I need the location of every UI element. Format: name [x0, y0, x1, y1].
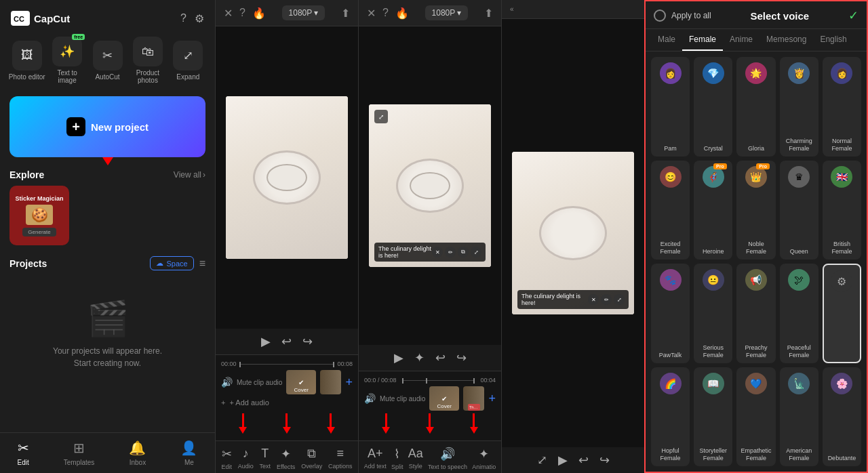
help-icon-2[interactable]: ? [382, 7, 389, 19]
voice-confirm-button[interactable]: ✓ [848, 8, 859, 23]
close-icon-2[interactable]: ✕ [367, 7, 376, 20]
fullscreen-icon-2[interactable]: ⤢ [374, 110, 388, 123]
toolbar-add-text[interactable]: A+ Add text [364, 447, 387, 470]
video-clip-2[interactable]: The culinary deli [463, 386, 484, 411]
mute-icon-1[interactable]: 🔊 [221, 377, 233, 388]
toolbar-style[interactable]: Aa Style [408, 447, 423, 470]
redo-btn-3[interactable]: ↪ [599, 453, 610, 468]
editor1-toolbar: ✂ Edit ♪ Audio T Text ✦ Effects ⧉ Overla… [216, 440, 358, 473]
preview-corner-icons: ⤢ [374, 110, 388, 123]
noble-avatar: 👑 Pro [745, 166, 767, 188]
toolbar-animation[interactable]: ✦ Animatio [472, 447, 496, 470]
help-icon-1[interactable]: ? [239, 7, 245, 19]
nav-edit[interactable]: ✂ Edit [18, 440, 29, 466]
resolution-button-1[interactable]: 1080P ▾ [282, 5, 326, 20]
add-text-label: Add text [364, 463, 387, 470]
play-button-1[interactable]: ▶ [261, 334, 271, 349]
selected-avatar: ⚙ [831, 270, 852, 292]
voice-excited-female[interactable]: 😊 Excited Female [651, 161, 690, 260]
list-view-icon[interactable]: ≡ [199, 258, 205, 270]
voice-crystal[interactable]: 💎 Crystal [694, 57, 732, 157]
voice-serious-female[interactable]: 😐 Serious Female [694, 264, 732, 363]
toolbar-captions[interactable]: ≡ Captions [328, 447, 353, 470]
text-to-image-tool[interactable]: ✨ free Text to image [47, 37, 87, 84]
tab-female[interactable]: Female [682, 29, 723, 51]
view-all-link[interactable]: View all › [174, 170, 205, 180]
voice-normal-female[interactable]: 👩 Normal Female [823, 57, 861, 157]
new-project-button[interactable]: + New project [9, 96, 205, 157]
undo-button-1[interactable]: ↩ [281, 334, 292, 349]
voice-selected-custom[interactable]: ⚙ [823, 264, 861, 363]
magic-button-2[interactable]: ✦ [414, 350, 425, 365]
voice-preachy-female[interactable]: 📢 Preachy Female [736, 264, 775, 363]
upload-icon-1[interactable]: ⬆ [341, 7, 350, 20]
add-clip-icon-1[interactable]: + [345, 375, 353, 390]
nav-templates[interactable]: ⊞ Templates [64, 440, 95, 466]
nav-me[interactable]: 👤 Me [180, 440, 197, 466]
add-audio-row-1[interactable]: + + Add audio [221, 394, 353, 411]
space-button[interactable]: ☁ Space [150, 256, 193, 270]
redo-button-2[interactable]: ↪ [456, 350, 467, 365]
resolution-button-2[interactable]: 1080P ▾ [425, 5, 469, 20]
settings-icon[interactable]: ⚙ [195, 12, 204, 25]
play-btn-3[interactable]: ▶ [558, 453, 568, 468]
upload-icon-2[interactable]: ⬆ [484, 7, 493, 20]
autocut-tool[interactable]: ✂ AutoCut [87, 41, 127, 81]
toolbar-overlay[interactable]: ⧉ Overlay [301, 447, 322, 470]
voice-charming-female[interactable]: 👸 Charming Female [780, 57, 818, 157]
subtitle-resize-btn[interactable]: ⤢ [471, 247, 481, 258]
voice-peaceful-female[interactable]: 🕊 Peaceful Female [780, 264, 818, 363]
tab-english[interactable]: English [813, 29, 853, 51]
nav-inbox[interactable]: 🔔 Inbox [129, 440, 146, 466]
voice-noble-female[interactable]: 👑 Pro Noble Female [736, 161, 775, 260]
voice-heroine[interactable]: 🦸 Pro Heroine [694, 161, 732, 260]
voice-queen[interactable]: ♛ Queen [780, 161, 818, 260]
tab-anime[interactable]: Anime [723, 29, 760, 51]
mute-icon-2[interactable]: 🔊 [364, 393, 376, 404]
voice-debutante[interactable]: 🌸 Debutante [823, 367, 861, 467]
undo-button-2[interactable]: ↩ [435, 350, 446, 365]
product-photos-tool[interactable]: 🛍 Product photos [127, 37, 167, 84]
photo-editor-tool[interactable]: 🖼 Photo editor [7, 41, 47, 81]
play-button-2[interactable]: ▶ [394, 350, 403, 365]
cover-thumbnail-2[interactable]: Cover ✔ [429, 386, 459, 411]
subtitle-close-btn-3[interactable]: ✕ [588, 294, 599, 305]
cover-thumbnail-1[interactable]: Cover ✔ [286, 370, 316, 394]
expand-tool[interactable]: ⤢ Expand [168, 41, 208, 81]
voice-american-female[interactable]: 🗽 American Female [780, 367, 818, 467]
subtitle-edit-btn-3[interactable]: ✏ [601, 294, 612, 305]
toolbar-split[interactable]: ⌇ Split [391, 447, 403, 470]
help-icon[interactable]: ? [180, 12, 186, 24]
redo-button-1[interactable]: ↪ [302, 334, 313, 349]
fullscreen-btn-3[interactable]: ⤢ [537, 453, 547, 468]
voice-pawtalk[interactable]: 🐾 PawTalk [651, 264, 690, 363]
voice-hopful-female[interactable]: 🌈 Hopful Female [651, 367, 690, 467]
toolbar-audio[interactable]: ♪ Audio [238, 447, 254, 470]
tab-male[interactable]: Male [651, 29, 682, 51]
subtitle-copy-btn[interactable]: ⧉ [458, 247, 469, 258]
video-clip-1[interactable] [320, 370, 341, 394]
subtitle-close-btn[interactable]: ✕ [432, 247, 443, 258]
subtitle-edit-btn[interactable]: ✏ [445, 247, 456, 258]
voice-british-female[interactable]: 🇬🇧 British Female [823, 161, 861, 260]
voice-empathetic-female[interactable]: 💙 Empathetic Female [736, 367, 775, 467]
toolbar-effects[interactable]: ✦ Effects [277, 447, 295, 470]
toolbar-text[interactable]: T Text [260, 447, 271, 470]
subtitle-clip[interactable]: The culinary deli [468, 404, 481, 411]
voice-storyteller-female[interactable]: 📖 Storyteller Female [694, 367, 732, 467]
voice-gloria[interactable]: 🌟 Gloria [736, 57, 775, 157]
toolbar-edit[interactable]: ✂ Edit [221, 447, 232, 470]
subtitle-resize-btn-3[interactable]: ⤢ [614, 294, 625, 305]
voice-panel: Apply to all Select voice ✓ Male Female … [644, 0, 868, 473]
add-clip-icon-2[interactable]: + [488, 392, 496, 406]
tab-memesong[interactable]: Memesong [760, 29, 813, 51]
undo-btn-3[interactable]: ↩ [578, 453, 589, 468]
collapse-icon[interactable]: « [510, 5, 514, 13]
heroine-pro-badge: Pro [713, 163, 727, 169]
apply-text: Apply to all [671, 11, 711, 20]
close-icon-1[interactable]: ✕ [224, 7, 233, 20]
voice-pam[interactable]: 👩 Pam [651, 57, 690, 157]
sticker-magician-card[interactable]: Sticker Magician 🍪 Generate [9, 186, 69, 245]
sticker-generate-btn[interactable]: Generate [22, 228, 56, 236]
toolbar-tts[interactable]: 🔊 Text to speech [428, 447, 467, 470]
